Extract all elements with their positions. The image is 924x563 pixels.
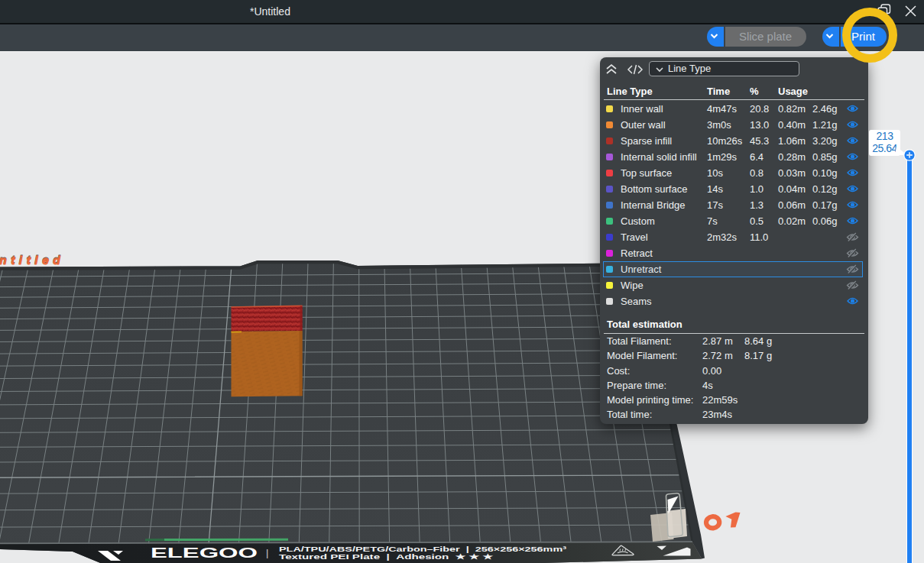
svg-text:ELEGOO: ELEGOO (151, 545, 258, 561)
svg-text:Textured PEI Plate | Adhesio: Textured PEI Plate | Adhesion ★ ★ ★ (279, 552, 494, 561)
svg-text:*Untitled: *Untitled (0, 254, 64, 267)
svg-text:|: | (266, 547, 268, 558)
